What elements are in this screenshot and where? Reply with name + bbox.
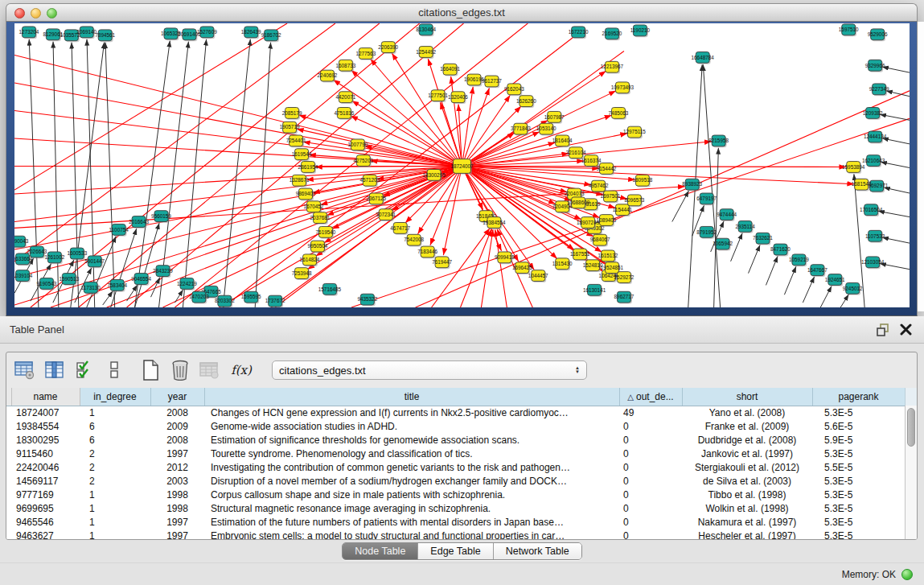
graph-node[interactable]: 1905719 bbox=[280, 122, 300, 134]
graph-node[interactable]: 1254492 bbox=[416, 47, 436, 59]
cell-pagerank[interactable]: 5.9E-5 bbox=[812, 433, 905, 447]
cell-short[interactable]: Hescheler et al. (1997) bbox=[682, 529, 812, 540]
graph-node[interactable]: 2935114 bbox=[735, 221, 755, 233]
cell-short[interactable]: Franke et al. (2009) bbox=[682, 419, 812, 433]
cell-year[interactable]: 1997 bbox=[150, 447, 204, 460]
graph-node[interactable]: 12975115 bbox=[623, 126, 646, 138]
close-window-button[interactable] bbox=[14, 8, 25, 19]
cell-title[interactable]: Structural magnetic resonance image aver… bbox=[204, 501, 619, 515]
graph-node[interactable]: 9869407 bbox=[296, 188, 316, 200]
graph-node[interactable]: 9560159 bbox=[151, 211, 171, 223]
graph-node[interactable]: 1470203 bbox=[189, 291, 209, 303]
cell-short[interactable]: Dudbridge et al. (2008) bbox=[682, 433, 812, 447]
graph-node[interactable]: 2016643 bbox=[129, 216, 149, 229]
graph-node[interactable]: 5901447 bbox=[84, 256, 105, 268]
graph-node[interactable]: 10973493 bbox=[611, 82, 634, 94]
graph-node[interactable]: 16210643 bbox=[862, 155, 885, 167]
cell-year[interactable]: 2008 bbox=[150, 433, 204, 447]
graph-node[interactable]: 8203302 bbox=[215, 295, 235, 307]
graph-node[interactable]: 15953894 bbox=[842, 162, 865, 174]
graph-edge[interactable] bbox=[443, 166, 462, 255]
graph-node[interactable]: 9190543 bbox=[37, 278, 57, 290]
graph-node[interactable]: 4571203 bbox=[359, 175, 380, 187]
cell-short[interactable]: de Silva et al. (2003) bbox=[682, 474, 812, 488]
select-rows-icon[interactable] bbox=[72, 359, 97, 381]
graph-edge[interactable] bbox=[481, 229, 493, 307]
cell-name[interactable]: 22420046 bbox=[11, 460, 80, 474]
graph-node[interactable]: 9186702 bbox=[261, 30, 281, 42]
graph-node[interactable]: 1924651 bbox=[825, 274, 845, 286]
table-row[interactable]: 1938455462009Genome-wide association stu… bbox=[6, 419, 905, 433]
graph-node[interactable]: 12444134 bbox=[864, 131, 887, 143]
show-columns-icon[interactable] bbox=[43, 359, 67, 381]
graph-node[interactable]: 4674717 bbox=[390, 222, 410, 234]
cell-short[interactable]: Tibbo et al. (1998) bbox=[682, 488, 812, 501]
graph-node[interactable]: 1626260 bbox=[516, 96, 536, 108]
graph-node[interactable]: 1261002 bbox=[44, 252, 64, 264]
close-panel-icon[interactable] bbox=[900, 323, 914, 336]
delete-table-icon[interactable] bbox=[198, 359, 222, 381]
graph-node[interactable]: 7254401 bbox=[286, 135, 306, 147]
tab-edge-table[interactable]: Edge Table bbox=[417, 543, 492, 559]
cell-year[interactable]: 2009 bbox=[150, 419, 204, 433]
cell-in_degree[interactable]: 1 bbox=[80, 515, 150, 529]
cell-out_degree[interactable]: 0 bbox=[619, 447, 682, 460]
cell-out_degree[interactable]: 0 bbox=[619, 419, 682, 433]
table-row[interactable]: 969969511998Structural magnetic resonanc… bbox=[6, 501, 905, 515]
graph-node[interactable]: 1664091 bbox=[440, 64, 460, 76]
graph-node[interactable]: 2367125 bbox=[366, 193, 386, 205]
cell-pagerank[interactable]: 5.3E-5 bbox=[812, 406, 905, 419]
cell-in_degree[interactable]: 6 bbox=[80, 433, 150, 447]
graph-node[interactable]: 19384554 bbox=[483, 217, 506, 229]
table-row[interactable]: 911546021997Tourette syndrome. Phenomeno… bbox=[6, 447, 905, 460]
scrollbar-thumb[interactable] bbox=[907, 408, 915, 447]
graph-node[interactable]: 9329966 bbox=[865, 60, 885, 72]
graph-node[interactable]: 7632621 bbox=[753, 233, 773, 245]
graph-node[interactable]: 16648784 bbox=[692, 51, 715, 64]
cell-pagerank[interactable]: 5.3E-5 bbox=[812, 501, 905, 515]
graph-node[interactable]: 1670452 bbox=[304, 201, 324, 213]
cell-in_degree[interactable]: 6 bbox=[80, 419, 150, 433]
graph-node[interactable]: 9162043 bbox=[504, 84, 524, 96]
column-header-name[interactable]: name bbox=[11, 388, 80, 406]
cell-in_degree[interactable]: 2 bbox=[80, 447, 150, 460]
graph-edge[interactable] bbox=[840, 295, 848, 307]
cell-out_degree[interactable]: 0 bbox=[619, 460, 682, 474]
cell-year[interactable]: 1997 bbox=[150, 529, 204, 540]
cell-in_degree[interactable]: 2 bbox=[80, 474, 150, 488]
graph-node[interactable]: 8791952 bbox=[696, 226, 717, 238]
table-select-dropdown[interactable]: citations_edges.txt ▲▼ bbox=[272, 360, 587, 380]
table-row[interactable]: 1872400712008Changes of HCN gene express… bbox=[6, 406, 905, 419]
graph-edge[interactable] bbox=[103, 291, 113, 305]
cell-title[interactable]: Tourette syndrome. Phenomenology and cla… bbox=[204, 447, 619, 460]
graph-node[interactable]: 4751816 bbox=[335, 108, 355, 120]
table-vertical-scrollbar[interactable] bbox=[905, 406, 917, 539]
cell-out_degree[interactable]: 0 bbox=[619, 488, 682, 501]
graph-node[interactable]: 2843239 bbox=[153, 266, 173, 278]
graph-node[interactable]: 9684067 bbox=[590, 234, 610, 246]
cell-in_degree[interactable]: 2 bbox=[80, 460, 150, 474]
cell-out_degree[interactable]: 0 bbox=[619, 515, 682, 529]
tab-network-table[interactable]: Network Table bbox=[493, 543, 581, 559]
cell-short[interactable]: Jankovic et al. (1997) bbox=[682, 447, 812, 460]
graph-node[interactable]: 1320406 bbox=[448, 92, 468, 104]
graph-node[interactable]: 2085179 bbox=[282, 108, 302, 120]
cell-out_degree[interactable]: 0 bbox=[619, 529, 682, 540]
cell-year[interactable]: 1998 bbox=[150, 501, 204, 515]
graph-edge[interactable] bbox=[135, 223, 159, 307]
graph-node[interactable]: 9046554 bbox=[131, 274, 151, 286]
cell-name[interactable]: 9777169 bbox=[11, 488, 80, 501]
cell-out_degree[interactable]: 0 bbox=[619, 501, 682, 515]
graph-node[interactable]: 8130464 bbox=[416, 24, 436, 36]
graph-node[interactable]: 7485063 bbox=[609, 108, 629, 120]
graph-node[interactable]: 2169520 bbox=[602, 28, 622, 40]
graph-node[interactable]: 9474444 bbox=[717, 209, 737, 221]
graph-node[interactable]: 1053140 bbox=[536, 123, 556, 135]
graph-node[interactable]: 7619447 bbox=[432, 257, 452, 269]
graph-edge[interactable] bbox=[175, 290, 183, 303]
graph-node[interactable]: 1809518 bbox=[633, 175, 653, 187]
delete-column-icon[interactable] bbox=[168, 359, 192, 381]
network-window-titlebar[interactable]: citations_edges.txt bbox=[6, 3, 918, 22]
graph-node[interactable]: 7253948 bbox=[292, 268, 312, 280]
graph-node[interactable]: 6479197 bbox=[696, 193, 717, 205]
